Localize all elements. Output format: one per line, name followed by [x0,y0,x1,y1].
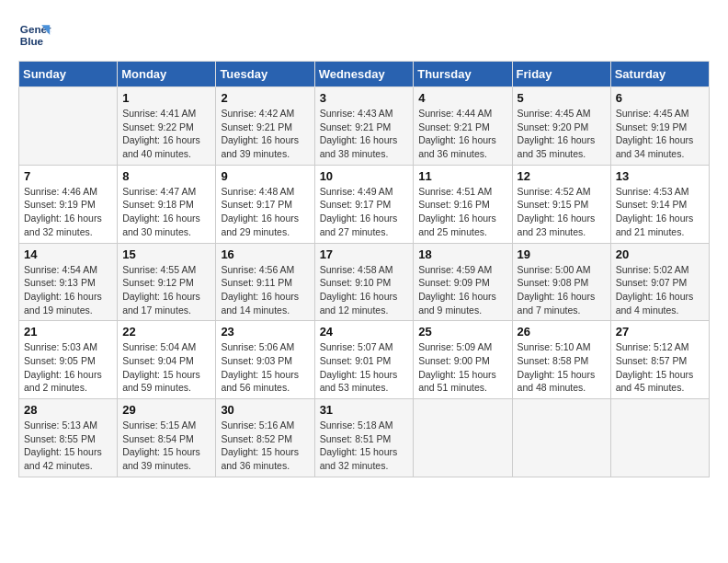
calendar-cell: 11Sunrise: 4:51 AM Sunset: 9:16 PM Dayli… [414,165,512,243]
day-info: Sunrise: 4:55 AM Sunset: 9:12 PM Dayligh… [122,263,210,317]
calendar-cell: 26Sunrise: 5:10 AM Sunset: 8:58 PM Dayli… [512,321,610,399]
calendar-cell: 5Sunrise: 4:45 AM Sunset: 9:20 PM Daylig… [512,87,610,166]
day-info: Sunrise: 4:43 AM Sunset: 9:21 PM Dayligh… [320,107,409,161]
day-info: Sunrise: 4:54 AM Sunset: 9:13 PM Dayligh… [24,263,112,317]
day-info: Sunrise: 4:47 AM Sunset: 9:18 PM Dayligh… [122,185,210,239]
day-info: Sunrise: 5:16 AM Sunset: 8:52 PM Dayligh… [221,419,309,473]
calendar-cell: 31Sunrise: 5:18 AM Sunset: 8:51 PM Dayli… [314,399,414,477]
day-number: 12 [518,169,606,183]
day-info: Sunrise: 5:10 AM Sunset: 8:58 PM Dayligh… [518,340,606,395]
day-number: 4 [418,91,506,105]
day-number: 23 [221,325,309,339]
day-info: Sunrise: 4:41 AM Sunset: 9:22 PM Dayligh… [122,107,210,161]
week-row-2: 7Sunrise: 4:46 AM Sunset: 9:19 PM Daylig… [19,165,710,243]
day-info: Sunrise: 4:44 AM Sunset: 9:21 PM Dayligh… [418,107,506,161]
day-info: Sunrise: 4:58 AM Sunset: 9:10 PM Dayligh… [320,263,409,317]
calendar-cell: 27Sunrise: 5:12 AM Sunset: 8:57 PM Dayli… [610,321,709,399]
day-info: Sunrise: 4:56 AM Sunset: 9:11 PM Dayligh… [221,263,309,317]
day-info: Sunrise: 4:53 AM Sunset: 9:14 PM Dayligh… [616,185,704,239]
calendar-table: SundayMondayTuesdayWednesdayThursdayFrid… [18,61,710,477]
svg-text:Blue: Blue [20,35,44,47]
week-row-5: 28Sunrise: 5:13 AM Sunset: 8:55 PM Dayli… [19,399,710,477]
day-number: 3 [320,91,409,105]
day-number: 25 [418,325,506,339]
day-number: 18 [418,247,506,261]
day-number: 8 [122,169,210,183]
calendar-cell [19,87,118,166]
calendar-cell: 17Sunrise: 4:58 AM Sunset: 9:10 PM Dayli… [314,243,414,321]
calendar-cell: 10Sunrise: 4:49 AM Sunset: 9:17 PM Dayli… [314,165,414,243]
day-info: Sunrise: 5:18 AM Sunset: 8:51 PM Dayligh… [320,419,409,473]
day-info: Sunrise: 5:12 AM Sunset: 8:57 PM Dayligh… [616,340,704,395]
day-number: 11 [418,169,506,183]
logo-icon: General Blue [18,18,51,52]
day-number: 28 [24,403,112,417]
calendar-cell: 2Sunrise: 4:42 AM Sunset: 9:21 PM Daylig… [216,87,314,166]
calendar-cell: 18Sunrise: 4:59 AM Sunset: 9:09 PM Dayli… [414,243,512,321]
page-header: General Blue [18,18,710,52]
day-number: 21 [24,325,112,339]
day-header-friday: Friday [512,62,610,87]
day-info: Sunrise: 4:42 AM Sunset: 9:21 PM Dayligh… [221,107,309,161]
day-info: Sunrise: 4:51 AM Sunset: 9:16 PM Dayligh… [418,185,506,239]
days-header-row: SundayMondayTuesdayWednesdayThursdayFrid… [19,62,710,87]
logo: General Blue [18,18,55,52]
day-number: 6 [616,91,704,105]
day-header-thursday: Thursday [414,62,512,87]
day-info: Sunrise: 5:04 AM Sunset: 9:04 PM Dayligh… [122,340,210,395]
day-number: 5 [518,91,606,105]
day-number: 1 [122,91,210,105]
week-row-3: 14Sunrise: 4:54 AM Sunset: 9:13 PM Dayli… [19,243,710,321]
day-number: 7 [24,169,112,183]
calendar-cell [610,399,709,477]
week-row-1: 1Sunrise: 4:41 AM Sunset: 9:22 PM Daylig… [19,87,710,166]
calendar-cell: 19Sunrise: 5:00 AM Sunset: 9:08 PM Dayli… [512,243,610,321]
week-row-4: 21Sunrise: 5:03 AM Sunset: 9:05 PM Dayli… [19,321,710,399]
calendar-cell: 30Sunrise: 5:16 AM Sunset: 8:52 PM Dayli… [216,399,314,477]
day-info: Sunrise: 5:03 AM Sunset: 9:05 PM Dayligh… [24,340,112,395]
calendar-cell: 6Sunrise: 4:45 AM Sunset: 9:19 PM Daylig… [610,87,709,166]
day-number: 29 [122,403,210,417]
calendar-cell [414,399,512,477]
day-info: Sunrise: 4:52 AM Sunset: 9:15 PM Dayligh… [518,185,606,239]
calendar-cell: 7Sunrise: 4:46 AM Sunset: 9:19 PM Daylig… [19,165,118,243]
day-header-tuesday: Tuesday [216,62,314,87]
calendar-cell: 4Sunrise: 4:44 AM Sunset: 9:21 PM Daylig… [414,87,512,166]
day-number: 17 [320,247,409,261]
day-info: Sunrise: 4:45 AM Sunset: 9:20 PM Dayligh… [518,107,606,161]
day-info: Sunrise: 5:13 AM Sunset: 8:55 PM Dayligh… [24,419,112,473]
calendar-cell: 9Sunrise: 4:48 AM Sunset: 9:17 PM Daylig… [216,165,314,243]
day-number: 19 [518,247,606,261]
day-number: 13 [616,169,704,183]
day-info: Sunrise: 5:07 AM Sunset: 9:01 PM Dayligh… [320,340,409,395]
day-number: 2 [221,91,309,105]
day-info: Sunrise: 4:49 AM Sunset: 9:17 PM Dayligh… [320,185,409,239]
calendar-cell: 14Sunrise: 4:54 AM Sunset: 9:13 PM Dayli… [19,243,118,321]
calendar-cell: 25Sunrise: 5:09 AM Sunset: 9:00 PM Dayli… [414,321,512,399]
day-number: 27 [616,325,704,339]
calendar-cell: 1Sunrise: 4:41 AM Sunset: 9:22 PM Daylig… [118,87,216,166]
day-number: 30 [221,403,309,417]
day-number: 24 [320,325,409,339]
calendar-cell: 24Sunrise: 5:07 AM Sunset: 9:01 PM Dayli… [314,321,414,399]
calendar-cell: 23Sunrise: 5:06 AM Sunset: 9:03 PM Dayli… [216,321,314,399]
calendar-cell: 8Sunrise: 4:47 AM Sunset: 9:18 PM Daylig… [118,165,216,243]
day-number: 22 [122,325,210,339]
calendar-cell: 16Sunrise: 4:56 AM Sunset: 9:11 PM Dayli… [216,243,314,321]
day-number: 9 [221,169,309,183]
day-number: 15 [122,247,210,261]
day-info: Sunrise: 4:45 AM Sunset: 9:19 PM Dayligh… [616,107,704,161]
day-header-wednesday: Wednesday [314,62,414,87]
day-number: 20 [616,247,704,261]
day-header-sunday: Sunday [19,62,118,87]
day-number: 16 [221,247,309,261]
calendar-cell: 20Sunrise: 5:02 AM Sunset: 9:07 PM Dayli… [610,243,709,321]
calendar-cell: 28Sunrise: 5:13 AM Sunset: 8:55 PM Dayli… [19,399,118,477]
day-info: Sunrise: 5:09 AM Sunset: 9:00 PM Dayligh… [418,340,506,395]
day-header-saturday: Saturday [610,62,709,87]
day-number: 10 [320,169,409,183]
day-number: 14 [24,247,112,261]
day-header-monday: Monday [118,62,216,87]
calendar-cell: 29Sunrise: 5:15 AM Sunset: 8:54 PM Dayli… [118,399,216,477]
day-info: Sunrise: 4:59 AM Sunset: 9:09 PM Dayligh… [418,263,506,317]
